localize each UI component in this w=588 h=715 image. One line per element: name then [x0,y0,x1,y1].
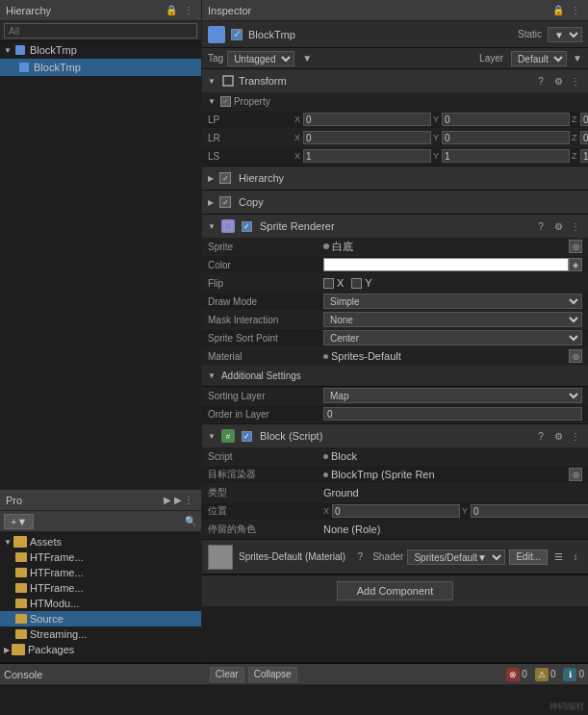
tree-item-label-root: BlockTmp [30,44,77,56]
lr-z-axis: Z [572,133,579,142]
hierarchy-menu-icon[interactable]: ⋮ [182,4,195,17]
block-script-settings-icon[interactable]: ⚙ [551,429,565,443]
position-row: 位置 X Y [202,502,588,521]
layer-label: Layer [479,53,503,64]
sprite-renderer-menu-icon[interactable]: ⋮ [569,219,582,233]
lr-y-input[interactable] [442,131,570,144]
add-component-button[interactable]: Add Component [337,581,454,600]
property-foldout[interactable]: ▼ ✓ Property [208,96,294,107]
add-component-row: Add Component [202,575,588,606]
ls-z-axis: Z [572,151,579,161]
block-script-title: Block (Script) [260,430,530,442]
clear-button[interactable]: Clear [210,667,244,682]
sorting-layer-select[interactable]: Map [323,388,582,403]
flip-x-checkbox[interactable] [323,278,334,289]
material-pick-button[interactable]: ◎ [569,349,582,363]
sprite-row: Sprite 白底 ◎ [202,238,588,256]
inspector-scroll-area[interactable]: ✓ BlockTmp Static ▼ Tag Untagged ▼ Layer [202,21,588,662]
mask-interaction-select[interactable]: None [323,312,582,327]
object-active-checkbox[interactable]: ✓ [231,29,243,40]
project-menu-icon[interactable]: ⋮ [182,494,195,507]
ls-x-input[interactable] [303,149,431,163]
ls-z-input[interactable] [580,149,588,163]
lp-z-input[interactable] [580,113,588,126]
error-count: 0 [522,669,527,679]
ls-row: LS X Y Z [202,147,588,166]
sprite-sort-point-select[interactable]: Center [323,330,582,345]
sprite-renderer-header[interactable]: ▼ ✓ Sprite Renderer ? ⚙ ⋮ [202,215,588,238]
material-settings-icon[interactable]: ☰ [551,550,565,564]
hierarchy-lock-icon[interactable]: 🔒 [165,4,178,17]
sprite-label: Sprite [208,242,323,252]
block-script-header[interactable]: ▼ # ✓ Block (Script) ? ⚙ ⋮ [202,424,588,447]
target-renderer-pick[interactable]: ◎ [569,468,582,481]
sprite-renderer-help-icon[interactable]: ? [534,219,548,233]
hierarchy-foldout-header[interactable]: ▶ ✓ Hierarchy [202,166,588,190]
lr-z-input[interactable] [580,131,588,144]
transform-foldout-icon: ▼ [208,77,216,86]
sprite-value: 白底 [332,240,353,254]
layer-select[interactable]: Default [511,51,567,66]
project-add-button[interactable]: +▼ [4,514,34,529]
project-search-icon[interactable]: 🔍 [184,515,197,528]
block-script-checkbox[interactable]: ✓ [242,431,252,442]
material-help-icon[interactable]: ? [353,550,367,564]
transform-header[interactable]: ▼ Transform ? ⚙ ⋮ [202,69,588,92]
folder-htmodu[interactable]: HTModu... [0,596,201,611]
hierarchy-search-input[interactable] [4,23,197,38]
additional-settings-header[interactable]: ▼ Additional Settings [202,366,588,387]
tree-item-blocktmp-child[interactable]: BlockTmp [0,59,201,76]
draw-mode-select[interactable]: Simple [323,294,582,309]
lp-y-input[interactable] [442,113,570,126]
hierarchy-foldout-title: Hierarchy [239,172,582,184]
transform-section: ▼ Transform ? ⚙ ⋮ [202,69,588,166]
position-x-input[interactable] [332,504,460,518]
color-swatch[interactable] [323,258,569,271]
sprite-renderer-settings-icon[interactable]: ⚙ [551,219,565,233]
lp-x-input[interactable] [303,113,431,126]
position-y-input[interactable] [471,504,588,518]
material-preview [208,545,233,570]
object-header: ✓ BlockTmp Static ▼ [202,21,588,48]
folder-source[interactable]: Source [0,611,201,626]
inspector-panel-header: Inspector 🔒 ⋮ [202,0,588,21]
flip-x-item[interactable]: X [323,277,344,289]
order-in-layer-input[interactable] [323,407,582,421]
folder-htframe1[interactable]: HTFrame... [0,549,201,565]
material-expand-icon[interactable]: ↕ [569,550,582,564]
flip-y-item[interactable]: Y [351,277,371,289]
warning-count-group: ⚠ 0 [535,668,556,681]
tree-item-blocktmp-root[interactable]: ▼ BlockTmp [0,41,201,59]
folder-htframe3[interactable]: HTFrame... [0,580,201,596]
folder-assets[interactable]: ▼ Assets [0,534,201,549]
script-row: Script Block [202,447,588,466]
shader-select[interactable]: Sprites/Default▼ [407,549,505,565]
collapse-button[interactable]: Collapse [248,667,297,682]
material-edit-button[interactable]: Edit... [509,549,548,565]
tree-item-label-child: BlockTmp [34,62,81,73]
transform-help-icon[interactable]: ? [534,74,548,88]
inspector-lock-icon[interactable]: 🔒 [551,4,565,17]
layer-select-arrow: ▼ [573,53,582,64]
static-dropdown[interactable]: ▼ [548,27,582,42]
ls-y-input[interactable] [442,149,570,163]
folder-packages[interactable]: ▶ Packages [0,642,201,657]
sprite-pick-button[interactable]: ◎ [569,240,582,253]
block-script-menu-icon[interactable]: ⋮ [569,429,582,443]
ls-x-axis: X [294,151,302,161]
type-value: Ground [323,487,359,498]
tag-select[interactable]: Untagged [227,51,294,66]
transform-settings-icon[interactable]: ⚙ [551,74,565,88]
lr-x-input[interactable] [303,131,431,144]
block-script-help-icon[interactable]: ? [534,429,548,443]
inspector-menu-icon[interactable]: ⋮ [569,4,582,17]
transform-menu-icon[interactable]: ⋮ [569,74,582,88]
folder-label-2: HTFrame... [30,567,84,578]
color-pick-button[interactable]: ◈ [569,258,582,271]
flip-y-checkbox[interactable] [351,278,362,289]
copy-foldout-header[interactable]: ▶ ✓ Copy [202,191,588,214]
sprite-renderer-checkbox[interactable]: ✓ [242,221,252,232]
order-in-layer-label: Order in Layer [208,409,323,420]
folder-htframe2[interactable]: HTFrame... [0,565,201,580]
folder-streaming[interactable]: Streaming... [0,626,201,642]
